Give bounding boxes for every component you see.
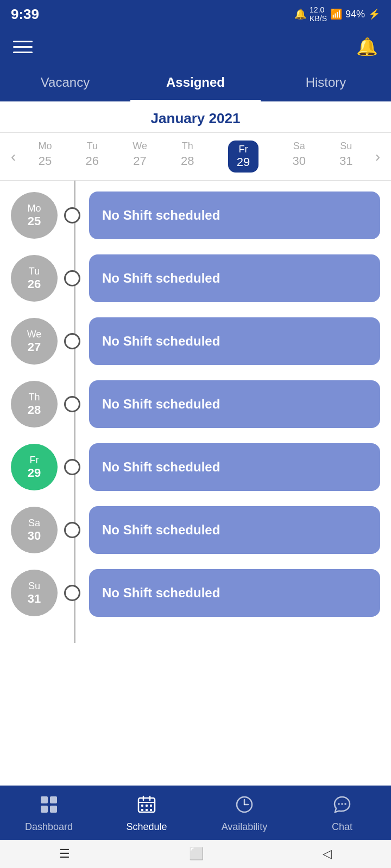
layers-icon — [40, 795, 58, 818]
svg-rect-2 — [41, 806, 48, 813]
android-menu-icon[interactable]: ☰ — [59, 847, 70, 861]
shift-card-fr29[interactable]: No Shift scheduled — [89, 443, 380, 491]
svg-rect-8 — [141, 805, 143, 807]
day-circle-sa30: Sa30 — [11, 507, 58, 553]
clock-icon — [235, 795, 254, 818]
nav-item-schedule[interactable]: Schedule — [98, 795, 195, 833]
nav-label-dashboard: Dashboard — [25, 821, 73, 833]
week-day-tu26[interactable]: Tu26 — [86, 141, 99, 173]
timeline-row-tu26: Tu26No Shift scheduled — [0, 254, 391, 302]
shift-card-th28[interactable]: No Shift scheduled — [89, 380, 380, 428]
day-circle-mo25: Mo25 — [11, 192, 58, 239]
timeline-area: Mo25No Shift scheduledTu26No Shift sched… — [0, 181, 391, 643]
timeline-row-su31-partial: Su31No Shift scheduled — [0, 569, 391, 617]
day-circle-we27: We27 — [11, 318, 58, 365]
chat-icon — [333, 795, 351, 818]
shift-card-tu26[interactable]: No Shift scheduled — [89, 254, 380, 302]
day-circle-th28: Th28 — [11, 381, 58, 427]
svg-rect-11 — [141, 809, 143, 811]
svg-rect-12 — [146, 809, 148, 811]
status-bar: 9:39 🔔 12.0KB/S 📶 94% ⚡ — [0, 0, 391, 28]
week-day-mo25[interactable]: Mo25 — [38, 141, 52, 173]
tab-assigned[interactable]: Assigned — [130, 65, 261, 100]
android-nav-bar: ☰ ⬜ ◁ — [0, 840, 391, 868]
battery-icon: 94% — [345, 9, 365, 20]
week-day-th28[interactable]: Th28 — [181, 141, 194, 173]
nav-label-schedule: Schedule — [126, 821, 167, 833]
notification-bell-button[interactable]: 🔔 — [356, 36, 378, 57]
timeline-dot-4 — [64, 459, 80, 475]
timeline-row-we27: We27No Shift scheduled — [0, 317, 391, 365]
header: 🔔 — [0, 28, 391, 65]
timeline-dot-0 — [64, 207, 80, 224]
android-back-icon[interactable]: ◁ — [323, 847, 332, 861]
tab-vacancy[interactable]: Vacancy — [0, 65, 130, 100]
timeline-row-th28: Th28No Shift scheduled — [0, 380, 391, 428]
tab-history[interactable]: History — [261, 65, 391, 100]
week-day-fr29[interactable]: Fr29 — [228, 141, 258, 173]
nav-label-availability: Availability — [222, 821, 268, 833]
hamburger-menu-button[interactable] — [13, 41, 33, 53]
prev-week-button[interactable]: ‹ — [5, 148, 21, 165]
svg-rect-0 — [41, 796, 48, 803]
nav-label-chat: Chat — [332, 821, 352, 833]
svg-rect-3 — [50, 806, 57, 813]
shift-card-su31[interactable]: No Shift scheduled — [89, 569, 380, 617]
alarm-icon: 🔔 — [294, 8, 306, 20]
timeline-dot-1 — [64, 270, 80, 286]
svg-point-19 — [344, 803, 346, 805]
svg-point-17 — [338, 803, 340, 805]
timeline-dot-3 — [64, 396, 80, 412]
day-circle-tu26: Tu26 — [11, 255, 58, 302]
svg-rect-10 — [150, 805, 152, 807]
timeline-row-mo25: Mo25No Shift scheduled — [0, 192, 391, 239]
signal-icon: 📶 — [330, 8, 342, 20]
charging-icon: ⚡ — [368, 8, 380, 20]
timeline-row-fr29: Fr29No Shift scheduled — [0, 443, 391, 491]
week-day-sa30[interactable]: Sa30 — [292, 141, 305, 173]
bottom-nav: Dashboard Schedule Availability Chat — [0, 786, 391, 840]
svg-rect-1 — [50, 796, 57, 803]
svg-point-18 — [341, 803, 343, 805]
grid-icon — [137, 795, 156, 818]
week-navigation: ‹ Mo25Tu26We27Th28Fr29Sa30Su31 › — [0, 133, 391, 181]
shift-card-sa30[interactable]: No Shift scheduled — [89, 506, 380, 554]
day-circle-su31: Su31 — [11, 570, 58, 616]
timeline-dot-last — [64, 585, 80, 601]
svg-rect-13 — [150, 809, 152, 811]
timeline-row-sa30: Sa30No Shift scheduled — [0, 506, 391, 554]
week-day-we27[interactable]: We27 — [133, 141, 147, 173]
nav-item-availability[interactable]: Availability — [195, 795, 293, 833]
week-day-su31[interactable]: Su31 — [339, 141, 352, 173]
month-header: January 2021 — [0, 101, 391, 133]
status-time: 9:39 — [11, 6, 39, 23]
next-week-button[interactable]: › — [370, 148, 386, 165]
week-days: Mo25Tu26We27Th28Fr29Sa30Su31 — [21, 141, 369, 173]
nav-item-chat[interactable]: Chat — [293, 795, 391, 833]
tab-bar: Vacancy Assigned History — [0, 65, 391, 101]
data-speed-icon: 12.0KB/S — [310, 5, 327, 23]
android-home-icon[interactable]: ⬜ — [189, 847, 204, 861]
timeline-dot-5 — [64, 522, 80, 538]
svg-rect-9 — [146, 805, 148, 807]
shift-card-we27[interactable]: No Shift scheduled — [89, 317, 380, 365]
shift-card-mo25[interactable]: No Shift scheduled — [89, 192, 380, 239]
nav-item-dashboard[interactable]: Dashboard — [0, 795, 98, 833]
day-circle-fr29: Fr29 — [11, 444, 58, 490]
status-icons: 🔔 12.0KB/S 📶 94% ⚡ — [294, 5, 380, 23]
timeline-dot-2 — [64, 333, 80, 349]
